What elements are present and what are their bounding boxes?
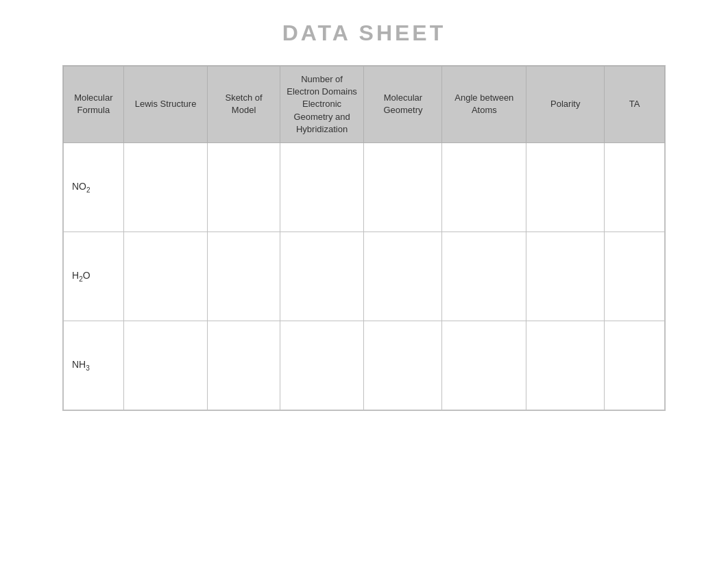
header-molecular-formula: Molecular Formula [64, 66, 124, 143]
polarity-cell-no2 [526, 142, 605, 232]
lewis-structure-cell-no2 [123, 142, 208, 232]
ta-cell-no2 [605, 142, 665, 232]
lewis-structure-cell-h2o [123, 232, 208, 321]
sketch-cell-h2o [208, 232, 280, 321]
header-ta: TA [605, 66, 665, 143]
header-angle-between-atoms: Angle between Atoms [442, 66, 526, 143]
polarity-cell-nh3 [526, 321, 605, 410]
formula-cell-nh3: NH3 [64, 321, 124, 410]
header-molecular-geometry: Molecular Geometry [364, 66, 442, 143]
ta-cell-nh3 [605, 321, 665, 410]
angle-cell-nh3 [442, 321, 526, 410]
header-lewis-structure: Lewis Structure [123, 66, 208, 143]
table-row: NO2 [64, 142, 665, 232]
sketch-cell-nh3 [208, 321, 280, 410]
page-container: DATA SHEET Molecular Formula Lewis Struc… [0, 0, 728, 563]
electron-domains-cell-nh3 [280, 321, 364, 410]
data-table-wrapper: Molecular Formula Lewis Structure Sketch… [62, 65, 666, 411]
formula-cell-no2: NO2 [64, 142, 124, 232]
formula-cell-h2o: H2O [64, 232, 124, 321]
table-row: NH3 [64, 321, 665, 410]
molecular-geometry-cell-nh3 [364, 321, 442, 410]
header-number-electron-domains: Number of Electron Domains Electronic Ge… [280, 66, 364, 143]
ta-cell-h2o [605, 232, 665, 321]
polarity-cell-h2o [526, 232, 605, 321]
lewis-structure-cell-nh3 [123, 321, 208, 410]
molecular-geometry-cell-h2o [364, 232, 442, 321]
angle-cell-no2 [442, 142, 526, 232]
table-row: H2O [64, 232, 665, 321]
electron-domains-cell-no2 [280, 142, 364, 232]
sketch-cell-no2 [208, 142, 280, 232]
molecular-geometry-cell-no2 [364, 142, 442, 232]
page-title: DATA SHEET [282, 21, 446, 46]
header-sketch-of-model: Sketch of Model [208, 66, 280, 143]
electron-domains-cell-h2o [280, 232, 364, 321]
angle-cell-h2o [442, 232, 526, 321]
header-polarity: Polarity [526, 66, 605, 143]
table-header-row: Molecular Formula Lewis Structure Sketch… [64, 66, 665, 143]
data-table: Molecular Formula Lewis Structure Sketch… [63, 66, 665, 410]
